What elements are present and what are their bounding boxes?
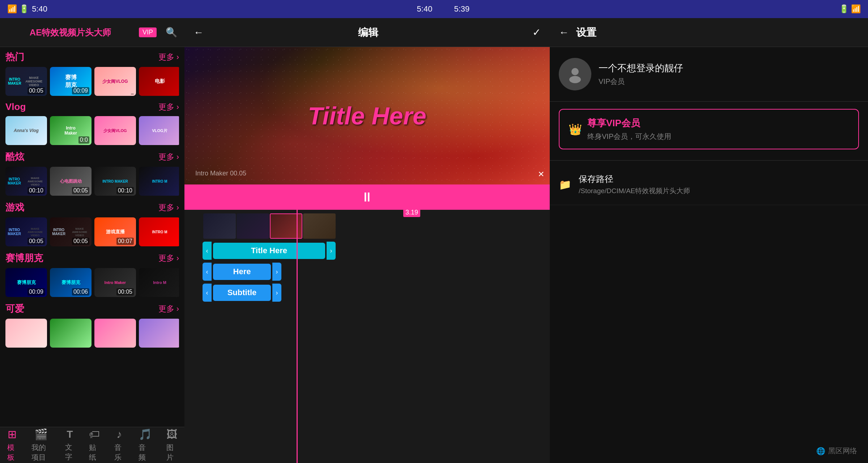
nav-template[interactable]: ⊞ 模板 (0, 424, 24, 463)
right-back-icon[interactable]: ← (559, 27, 569, 38)
settings-save-path-label: 保存路径 (579, 173, 859, 185)
center-time: 5:40 (417, 4, 433, 14)
category-hot-header: 热门 更多 › (5, 51, 179, 63)
vip-banner[interactable]: 👑 尊享VIP会员 终身VIP会员，可永久使用 (559, 109, 859, 149)
thumb-duration: 00:10 (27, 187, 45, 194)
template-thumb[interactable]: 少女闺VLOG (94, 116, 136, 145)
template-thumb[interactable] (5, 319, 47, 348)
template-thumb[interactable]: 电影 (139, 67, 179, 96)
main-container: AE特效视频片头大师 VIP 🔍 热门 更多 › INTRO MAKERMAKE… (0, 18, 868, 463)
category-vlog-header: Vlog 更多 › (5, 101, 179, 112)
track-handle-left-3[interactable]: ‹ (203, 284, 212, 302)
category-cute-title: 可爱 (5, 302, 24, 315)
category-cool-header: 酷炫 更多 › (5, 150, 179, 163)
template-thumb[interactable] (139, 319, 179, 348)
timeline-marker: 3.19 (297, 210, 298, 463)
track-handle-right-1[interactable]: › (327, 242, 336, 260)
settings-save-path[interactable]: 📁 保存路径 /Storage/DCIM/AE特效视频片头大师 (550, 164, 868, 205)
thumb-duration: 00:05 (72, 187, 89, 194)
thumb-duration: 0:0 (78, 136, 89, 144)
template-thumb[interactable]: INTRO M (139, 217, 179, 246)
left-panel: AE特效视频片头大师 VIP 🔍 热门 更多 › INTRO MAKERMAKE… (0, 18, 184, 463)
category-cute-more[interactable]: 更多 › (158, 303, 179, 314)
title-here-bar[interactable]: Title Here (213, 243, 325, 259)
music-icon: ♪ (116, 428, 122, 441)
category-vlog-more[interactable]: 更多 › (158, 102, 179, 112)
thumb-duration: 00:05 (27, 238, 45, 245)
video-segment-1[interactable] (203, 213, 236, 239)
template-thumb[interactable]: Anna's Vlog (5, 116, 47, 145)
timeline-area[interactable]: 3.19 ‹ (184, 210, 550, 463)
nav-text[interactable]: T 文字 (58, 425, 82, 463)
nav-my-project[interactable]: 🎬 我的项目 (24, 424, 58, 463)
category-hot-more[interactable]: 更多 › (158, 52, 179, 63)
user-badge: VIP会员 (599, 77, 859, 86)
nav-image-label: 图片 (166, 443, 177, 462)
template-thumb[interactable]: INTRO MAKERMAKE AWESOME VIDEO 00:05 (5, 217, 47, 246)
template-thumb[interactable]: Intro M (139, 268, 179, 297)
categories-scroll[interactable]: 热门 更多 › INTRO MAKERMAKE AWESOME VIDEO 00… (0, 47, 184, 427)
avatar-icon (566, 65, 584, 83)
video-title-text: Tiitle Here (308, 102, 426, 130)
svg-point-0 (571, 68, 579, 75)
video-close-btn[interactable]: ✕ (538, 170, 544, 179)
template-thumb[interactable] (94, 319, 136, 348)
category-vlog: Vlog 更多 › Anna's Vlog IntroMaker 0:0 少女闺… (5, 101, 179, 145)
status-icons-left: 📶 🔋 (7, 4, 29, 14)
right-panel: ← 设置 一个不想登录的靓仔 VIP会员 👑 尊享VIP会员 终身VIP会员，可… (550, 18, 868, 463)
video-segment-4[interactable] (303, 213, 336, 239)
template-thumb[interactable]: IntroMaker 0:0 (50, 116, 92, 145)
thumb-duration: 00:05 (116, 288, 134, 296)
svg-point-1 (569, 76, 581, 83)
category-hot-items: INTRO MAKERMAKE AWESOME VIDEO 00:05 赛博朋克… (5, 67, 179, 96)
video-segment-2[interactable] (237, 213, 269, 239)
track-handle-left-2[interactable]: ‹ (203, 263, 212, 281)
template-thumb[interactable]: INTRO M (139, 167, 179, 196)
middle-back-icon[interactable]: ← (193, 27, 204, 38)
pause-button[interactable]: ⏸ (361, 190, 374, 205)
track-handle-right-2[interactable]: › (272, 263, 281, 281)
vip-badge[interactable]: VIP (139, 27, 157, 37)
status-right: 🔋 📶 (839, 4, 861, 14)
template-thumb[interactable]: INTRO MAKERMAKE AWESOME VIDEO 00:10 (5, 167, 47, 196)
category-cyberpunk-header: 赛博朋克 更多 › (5, 252, 179, 264)
track-handle-right-3[interactable]: › (272, 284, 281, 302)
title-here-label: Title Here (251, 246, 287, 255)
template-thumb[interactable]: 赛博朋克 00:09 (5, 268, 47, 297)
far-right-time: 5:39 (454, 4, 469, 14)
category-cute-items (5, 319, 179, 348)
search-icon[interactable]: 🔍 (166, 27, 177, 38)
nav-image[interactable]: 🖼 图片 (159, 425, 184, 463)
category-cute-header: 可爱 更多 › (5, 302, 179, 315)
timeline-marker-label: 3.19 (403, 210, 420, 217)
left-time: 5:40 (32, 4, 47, 14)
template-thumb[interactable]: 心电图跳动 00:05 (50, 167, 92, 196)
template-thumb[interactable]: Intro Maker 00:05 (94, 268, 136, 297)
nav-audio[interactable]: 🎵 音频 (131, 424, 159, 463)
category-cool: 酷炫 更多 › INTRO MAKERMAKE AWESOME VIDEO 00… (5, 150, 179, 196)
subtitle-bar[interactable]: Subtitle (213, 285, 271, 301)
category-hot: 热门 更多 › INTRO MAKERMAKE AWESOME VIDEO 00… (5, 51, 179, 96)
video-preview: Tiitle Here ✕ Intro Maker 00.05 (184, 47, 550, 184)
template-thumb[interactable]: 游戏直播 00:07 (94, 217, 136, 246)
nav-sticker[interactable]: 🏷 贴纸 (82, 425, 107, 463)
check-icon[interactable]: ✓ (532, 26, 541, 38)
nav-music[interactable]: ♪ 音乐 (107, 425, 131, 463)
template-thumb[interactable]: 少女闺VLOG (94, 67, 136, 96)
template-thumb[interactable]: 赛博朋克 00:06 (50, 268, 92, 297)
template-thumb[interactable]: INTRO MAKERMAKE AWESOME VIDEO 00:05 (50, 217, 92, 246)
category-game-more[interactable]: 更多 › (158, 202, 179, 213)
subtitle-text-track: ‹ Subtitle › (203, 284, 546, 302)
template-thumb[interactable]: INTRO MAKERMAKE AWESOME VIDEO 00:05 (5, 67, 47, 96)
template-thumb[interactable]: VLOG片 (139, 116, 179, 145)
track-handle-left-1[interactable]: ‹ (203, 242, 212, 260)
category-cool-more[interactable]: 更多 › (158, 152, 179, 162)
template-thumb[interactable] (50, 319, 92, 348)
template-thumb[interactable]: 赛博朋克 00:09 (50, 67, 92, 96)
template-thumb[interactable]: INTRO MAKER 00:10 (94, 167, 136, 196)
user-name: 一个不想登录的靓仔 (599, 62, 859, 75)
nav-text-label: 文字 (65, 442, 75, 462)
nav-sticker-label: 贴纸 (89, 443, 100, 462)
category-cyberpunk-more[interactable]: 更多 › (158, 253, 179, 264)
here-bar[interactable]: Here (213, 264, 271, 280)
